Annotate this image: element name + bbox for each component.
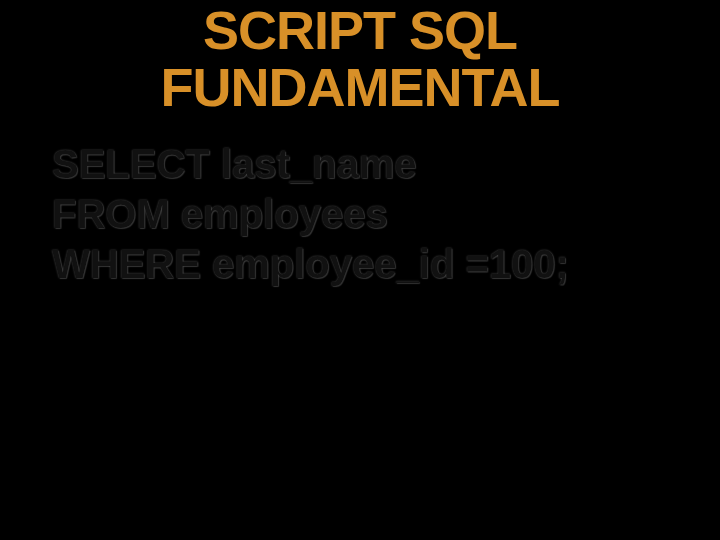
slide-container: SCRIPT SQL FUNDAMENTAL SELECT last_name …	[0, 0, 720, 540]
code-block: SELECT last_name FROM employees WHERE em…	[0, 139, 720, 289]
slide-title: SCRIPT SQL FUNDAMENTAL	[0, 0, 720, 115]
code-line-1: SELECT last_name	[52, 139, 720, 189]
code-line-3: WHERE employee_id =100;	[52, 239, 720, 289]
code-line-2: FROM employees	[52, 189, 720, 239]
title-line-1: SCRIPT SQL	[0, 2, 720, 59]
title-line-2: FUNDAMENTAL	[0, 59, 720, 116]
